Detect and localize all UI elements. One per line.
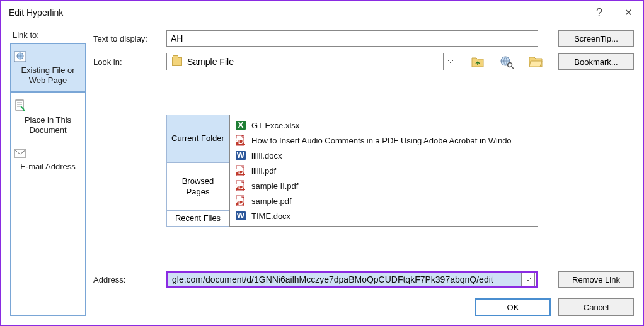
file-name: GT Exce.xlsx: [251, 121, 299, 130]
file-item[interactable]: PDFsample.pdf: [230, 193, 538, 208]
file-list[interactable]: XGT Exce.xlsxPDFHow to Insert Audio Comm…: [229, 115, 538, 227]
file-browser: Current Folder Browsed Pages Recent File…: [166, 115, 538, 227]
svg-text:W: W: [237, 150, 245, 160]
svg-text:W: W: [237, 211, 245, 220]
text-to-display-label: Text to display:: [93, 34, 160, 43]
link-to-existing-file[interactable]: Existing File or Web Page: [11, 44, 85, 92]
email-icon: [13, 148, 83, 159]
browse-web-button[interactable]: [498, 53, 515, 70]
address-input[interactable]: [168, 273, 521, 286]
tab-current-folder[interactable]: Current Folder: [167, 115, 229, 163]
pdf-file-icon: PDF: [235, 165, 246, 176]
up-one-level-button[interactable]: [469, 53, 486, 70]
window-title: Edit Hyperlink: [9, 8, 585, 18]
link-to-options: Existing File or Web Page Place in This …: [10, 43, 86, 316]
screentip-button[interactable]: ScreenTip...: [558, 30, 634, 47]
svg-text:X: X: [238, 120, 244, 130]
look-in-label: Look in:: [93, 57, 160, 67]
file-name: TIME.docx: [251, 211, 290, 221]
place-in-doc-icon: [13, 99, 83, 113]
pdf-file-icon: PDF: [235, 135, 246, 146]
close-button[interactable]: ✕: [614, 1, 643, 24]
link-to-heading: Link to:: [10, 30, 86, 40]
svg-text:PDF: PDF: [235, 197, 246, 206]
look-in-row: Look in: Sample File B: [93, 53, 634, 70]
file-item[interactable]: Wllllll.docx: [230, 148, 538, 163]
file-name: sample.pdf: [251, 196, 292, 206]
pdf-file-icon: PDF: [235, 180, 246, 191]
svg-text:PDF: PDF: [235, 182, 246, 191]
excel-file-icon: X: [235, 120, 246, 131]
remove-link-button[interactable]: Remove Link: [558, 271, 634, 288]
cancel-button[interactable]: Cancel: [558, 298, 634, 316]
tab-browsed-pages[interactable]: Browsed Pages: [167, 163, 229, 211]
word-file-icon: W: [235, 150, 246, 161]
bookmark-button[interactable]: Bookmark...: [558, 53, 634, 70]
tab-recent-files[interactable]: Recent Files: [167, 211, 229, 226]
link-to-sidebar: Link to: Existing File or Web Page Place…: [10, 30, 86, 316]
file-item[interactable]: PDFsample II.pdf: [230, 178, 538, 193]
file-item[interactable]: PDFllllll.pdf: [230, 163, 538, 178]
link-to-existing-file-label: Existing File or Web Page: [21, 65, 74, 85]
file-name: sample II.pdf: [251, 181, 298, 191]
word-file-icon: W: [235, 210, 246, 222]
svg-point-6: [508, 63, 512, 67]
browse-file-button[interactable]: [527, 53, 544, 70]
address-dropdown-icon[interactable]: [521, 273, 535, 286]
file-item[interactable]: PDFHow to Insert Audio Comments in a PDF…: [230, 133, 538, 148]
link-to-email-label: E-mail Address: [20, 162, 75, 171]
link-to-place-in-doc-label: Place in This Document: [25, 115, 71, 135]
title-bar: Edit Hyperlink ? ✕: [1, 1, 643, 24]
pdf-file-icon: PDF: [235, 195, 246, 206]
file-name: llllll.pdf: [251, 166, 276, 176]
look-in-dropdown-icon[interactable]: [443, 53, 457, 70]
text-to-display-row: Text to display: ScreenTip...: [93, 30, 634, 47]
address-label: Address:: [93, 275, 160, 284]
folder-icon: [172, 57, 182, 66]
main-area: Text to display: ScreenTip... Look in: S…: [93, 30, 634, 316]
browser-row: x Current Folder Browsed Pages Recent Fi…: [93, 77, 634, 264]
link-to-email[interactable]: E-mail Address: [11, 142, 85, 178]
look-in-combo[interactable]: Sample File: [166, 53, 457, 70]
text-to-display-input[interactable]: [166, 30, 538, 47]
dialog-edit-hyperlink: Edit Hyperlink ? ✕ Link to: Existing Fil…: [0, 0, 644, 326]
svg-text:PDF: PDF: [235, 167, 246, 176]
browser-tabs: Current Folder Browsed Pages Recent File…: [166, 115, 229, 227]
ok-button[interactable]: OK: [475, 298, 551, 316]
address-field-wrap: [166, 271, 538, 288]
link-to-place-in-doc[interactable]: Place in This Document: [11, 92, 85, 142]
file-item[interactable]: XGT Exce.xlsx: [230, 118, 538, 133]
file-name: llllll.docx: [251, 151, 282, 160]
svg-text:PDF: PDF: [235, 137, 246, 146]
file-item[interactable]: WTIME.docx: [230, 208, 538, 223]
address-row: Address: Remove Link: [93, 271, 634, 288]
help-button[interactable]: ?: [585, 1, 614, 24]
existing-file-icon: [13, 50, 83, 63]
look-in-value: Sample File: [187, 57, 443, 67]
dialog-body: Link to: Existing File or Web Page Place…: [1, 24, 643, 325]
file-name: How to Insert Audio Comments in a PDF Us…: [251, 136, 512, 145]
dialog-footer: OK Cancel: [93, 295, 634, 316]
